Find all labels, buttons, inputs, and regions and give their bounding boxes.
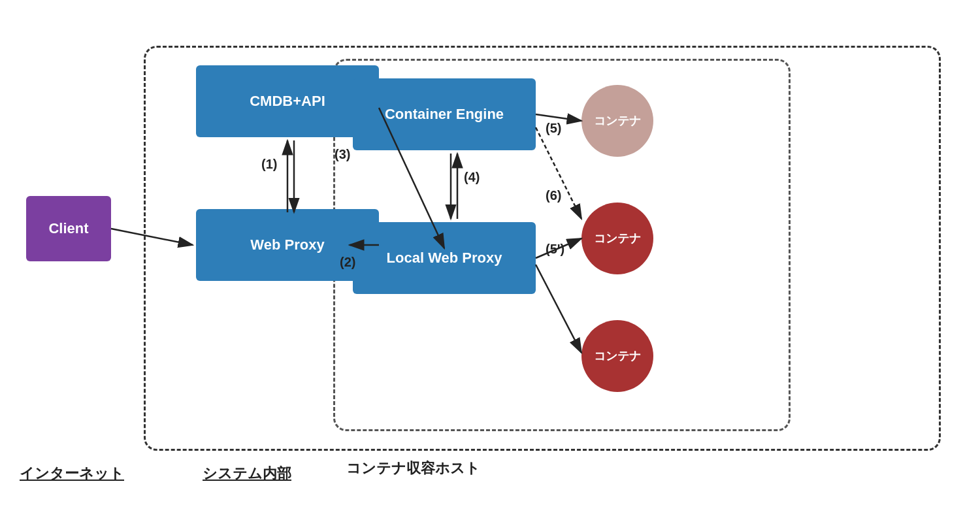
container-bot: コンテナ: [581, 320, 653, 392]
step5-label: (5): [546, 121, 561, 136]
web-proxy-box: Web Proxy: [196, 209, 379, 281]
container-engine-box: Container Engine: [353, 78, 536, 150]
step5p-label: (5'): [546, 242, 564, 257]
diagram-container: Client CMDB+API Web Proxy Container Engi…: [13, 20, 967, 490]
system-label: システム内部: [203, 464, 291, 483]
step4-label: (4): [464, 170, 480, 185]
step3-label: (3): [335, 147, 350, 162]
host-label: コンテナ収容ホスト: [346, 459, 480, 478]
step1-label: (1): [261, 157, 277, 172]
step6-label: (6): [546, 188, 561, 203]
container-engine-label: Container Engine: [385, 106, 504, 123]
container-bot-label: コンテナ: [594, 348, 641, 364]
local-web-proxy-box: Local Web Proxy: [353, 222, 536, 294]
cmdb-label: CMDB+API: [250, 93, 325, 110]
container-top-label: コンテナ: [594, 113, 641, 129]
container-mid-label: コンテナ: [594, 231, 641, 246]
client-label: Client: [48, 220, 88, 237]
internet-label: インターネット: [20, 464, 124, 483]
client-box: Client: [26, 196, 111, 261]
web-proxy-label: Web Proxy: [250, 236, 324, 253]
container-mid: コンテナ: [581, 203, 653, 274]
local-web-proxy-label: Local Web Proxy: [387, 250, 502, 267]
cmdb-box: CMDB+API: [196, 65, 379, 137]
step2-label: (2): [340, 255, 355, 270]
container-top: コンテナ: [581, 85, 653, 157]
